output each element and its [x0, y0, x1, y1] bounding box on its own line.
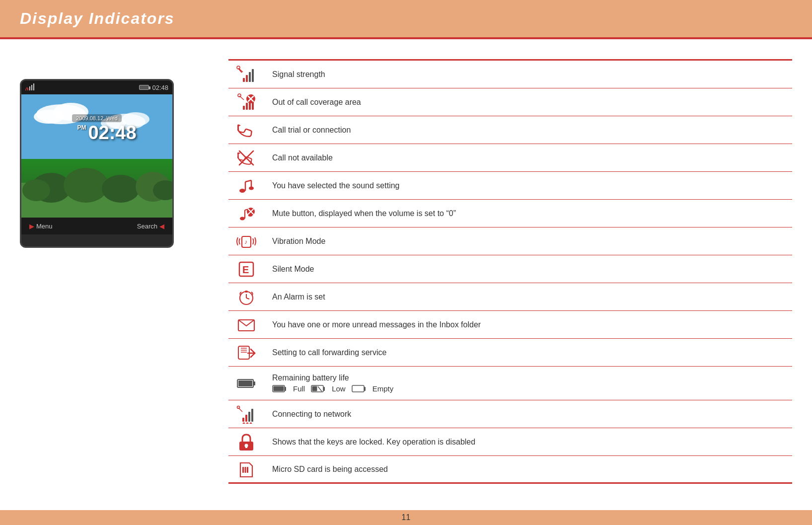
call-not-available-icon-cell [228, 146, 264, 170]
header: Display Indicators [0, 0, 812, 37]
locked-icon-cell [228, 430, 264, 454]
indicator-row-out-of-coverage: Out of call coverage area [228, 88, 792, 116]
svg-rect-91 [245, 446, 247, 448]
indicator-row-call-forwarding: Setting to call forwarding service [228, 339, 792, 367]
svg-point-81 [237, 406, 240, 408]
signal-description: Signal strength [264, 66, 792, 83]
indicator-row-signal: Signal strength [228, 61, 792, 88]
svg-marker-1 [27, 88, 28, 90]
indicator-row-vibration: ♪ Vibration Mode [228, 227, 792, 255]
svg-rect-83 [245, 415, 247, 422]
phone-search-label: Search [137, 223, 157, 230]
phone-clock: 02:48 [88, 123, 136, 142]
indicators-table: Signal strength Out [228, 59, 792, 510]
mute-icon [237, 205, 255, 223]
micro-sd-icon-cell [228, 457, 264, 482]
battery-empty-visual [352, 385, 367, 393]
phone-menu-arrow: ▶ [29, 223, 34, 230]
svg-rect-93 [245, 467, 246, 473]
messages-icon-cell [228, 313, 264, 337]
svg-rect-70 [253, 381, 255, 385]
battery-full-icon [237, 378, 256, 388]
phone-menu-button[interactable]: ▶ Menu [29, 223, 53, 230]
sound-description: You have selected the sound setting [264, 177, 792, 194]
svg-rect-31 [246, 103, 248, 110]
phone-signal-icon [25, 82, 39, 93]
svg-rect-75 [312, 386, 317, 391]
messages-icon [237, 316, 256, 334]
svg-line-41 [245, 180, 251, 182]
svg-rect-22 [243, 78, 245, 82]
svg-marker-4 [33, 83, 34, 90]
svg-rect-92 [242, 467, 244, 473]
battery-bottom-row: Full Low [272, 384, 784, 393]
svg-marker-2 [29, 86, 30, 90]
alarm-description: An Alarm is set [264, 289, 792, 305]
silent-icon-cell: E [228, 257, 264, 281]
call-forwarding-icon [237, 343, 256, 362]
phone-wallpaper: 2009.08.12, Wed PM 02:48 [21, 94, 172, 218]
svg-marker-3 [31, 85, 32, 90]
connecting-icon-cell [228, 402, 264, 427]
indicator-row-connecting: Connecting to network [228, 400, 792, 428]
svg-point-17 [102, 175, 140, 203]
phone-mockup: 02:48 [20, 79, 174, 248]
battery-top-label: Remaining battery life [272, 374, 784, 382]
phone-date: 2009.08.12, Wed [72, 114, 122, 122]
call-trial-icon-cell [228, 118, 264, 142]
out-of-coverage-icon [237, 93, 256, 112]
svg-rect-77 [323, 387, 325, 391]
vibration-description: Vibration Mode [264, 233, 792, 250]
svg-point-44 [240, 217, 245, 220]
call-forwarding-description: Setting to call forwarding service [264, 344, 792, 361]
svg-point-87 [246, 422, 249, 424]
indicator-row-call-trial: Call trial or connection [228, 116, 792, 144]
svg-point-16 [64, 168, 108, 203]
silent-icon: E [237, 260, 255, 278]
svg-rect-69 [238, 380, 252, 386]
svg-point-86 [243, 422, 245, 424]
mute-description: Mute button, displayed when the volume i… [264, 205, 792, 222]
out-of-coverage-description: Out of call coverage area [264, 94, 792, 111]
locked-icon [237, 433, 255, 451]
indicator-row-battery: Remaining battery life Full [228, 367, 792, 400]
call-not-available-icon [237, 149, 255, 167]
battery-full-label: Full [293, 384, 305, 393]
alarm-icon-cell [228, 285, 264, 309]
svg-rect-82 [242, 418, 244, 422]
svg-point-88 [250, 422, 252, 424]
svg-rect-59 [245, 291, 248, 293]
phone-time-display: 02:48 [152, 84, 168, 91]
svg-rect-24 [249, 72, 251, 82]
page-number: 11 [402, 513, 411, 522]
svg-line-58 [246, 298, 249, 299]
phone-search-arrow: ◀ [159, 223, 164, 230]
micro-sd-description: Micro SD card is being accessed [264, 461, 792, 478]
signal-icon-cell [228, 62, 264, 87]
indicator-row-locked: Shows that the keys are locked. Key oper… [228, 428, 792, 456]
battery-desc-container: Remaining battery life Full [272, 374, 784, 393]
svg-rect-84 [248, 412, 250, 422]
battery-full-visual [272, 385, 287, 393]
call-not-available-description: Call not available [264, 150, 792, 166]
svg-rect-72 [274, 386, 284, 391]
call-trial-icon [237, 121, 255, 139]
vibration-icon: ♪ [236, 232, 257, 250]
svg-rect-23 [246, 75, 248, 82]
phone-menu-label: Menu [36, 223, 53, 230]
footer: 11 [0, 510, 812, 525]
messages-description: You have one or more unread messages in … [264, 316, 792, 333]
phone-battery-icon [139, 85, 149, 90]
call-forwarding-icon-cell [228, 340, 264, 365]
battery-description: Remaining battery life Full [264, 370, 792, 397]
battery-low-visual [311, 385, 326, 393]
sound-icon-cell [228, 174, 264, 198]
svg-text:E: E [242, 264, 249, 275]
phone-area: 02:48 [20, 59, 199, 510]
indicator-row-call-not-available: Call not available [228, 144, 792, 172]
alarm-icon [237, 288, 255, 306]
indicator-row-alarm: An Alarm is set [228, 283, 792, 311]
phone-search-button[interactable]: Search ◀ [137, 223, 164, 230]
phone-battery-time: 02:48 [139, 84, 168, 91]
svg-point-29 [238, 94, 241, 97]
